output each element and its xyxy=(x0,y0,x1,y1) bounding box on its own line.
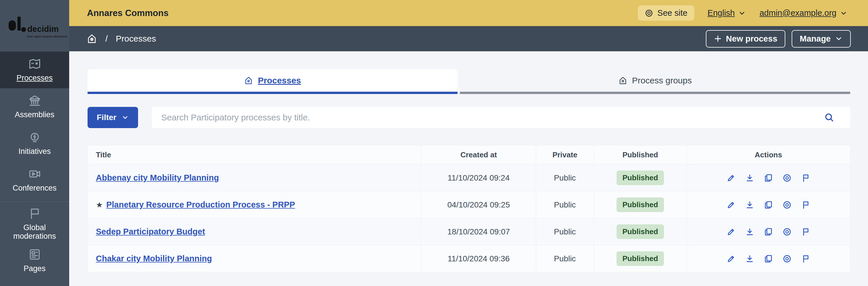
bank-icon xyxy=(28,94,41,107)
preview-icon[interactable] xyxy=(782,200,792,210)
sidebar-item-pages[interactable]: Pages xyxy=(0,242,69,279)
download-icon[interactable] xyxy=(745,254,754,263)
process-link[interactable]: Planetary Resource Production Process - … xyxy=(106,200,295,210)
duplicate-icon[interactable] xyxy=(764,173,773,183)
sidebar-item-label: Initiatives xyxy=(17,147,53,156)
processes-table: Title Created at Private Published Actio… xyxy=(88,145,850,272)
duplicate-icon[interactable] xyxy=(764,254,773,263)
duplicate-icon[interactable] xyxy=(764,200,773,210)
preview-icon[interactable] xyxy=(782,227,792,237)
process-link[interactable]: Sedep Participatory Budget xyxy=(96,227,205,237)
decidim-logo[interactable]: decidim free open-source democracy xyxy=(0,0,69,51)
created-at-cell: 11/10/2024 09:24 xyxy=(421,165,536,191)
preview-icon[interactable] xyxy=(782,173,792,183)
chevron-down-icon xyxy=(835,35,843,43)
home-icon xyxy=(244,76,253,85)
process-link[interactable]: Chakar city Mobility Planning xyxy=(96,254,212,263)
flag-icon xyxy=(28,207,41,220)
manage-label: Manage xyxy=(800,34,831,43)
tab-label: Process groups xyxy=(632,76,692,85)
admin-header: / Processes New process Manage xyxy=(69,26,868,51)
tab-processes[interactable]: Processes xyxy=(88,69,458,94)
manage-button[interactable]: Manage xyxy=(792,30,851,47)
created-at-cell: 18/10/2024 09:07 xyxy=(421,218,536,245)
moderation-flag-icon[interactable] xyxy=(801,254,810,263)
new-process-label: New process xyxy=(726,34,777,43)
sidebar-item-initiatives[interactable]: Initiatives xyxy=(0,125,69,162)
svg-text:free open-source democracy: free open-source democracy xyxy=(27,34,67,38)
download-icon[interactable] xyxy=(745,173,754,183)
col-private: Private xyxy=(536,146,594,164)
col-title: Title xyxy=(88,146,421,164)
tab-process-groups[interactable]: Process groups xyxy=(460,69,850,94)
topbar: Annares Commons See site English admin@e… xyxy=(69,0,868,26)
table-row: Sedep Participatory Budget 18/10/2024 09… xyxy=(88,218,850,245)
sidebar-item-global-moderations[interactable]: Global moderations xyxy=(0,206,69,242)
row-actions xyxy=(726,173,810,183)
decidim-logo-icon: decidim free open-source democracy xyxy=(9,12,67,39)
process-link[interactable]: Abbenay city Mobility Planning xyxy=(96,173,219,183)
actions-cell xyxy=(687,218,850,245)
organization-title: Annares Commons xyxy=(87,8,168,19)
account-menu[interactable]: admin@example.org xyxy=(760,8,848,18)
private-cell: Public xyxy=(536,165,594,191)
sidebar-nav: Processes Assemblies Initiatives xyxy=(0,51,69,279)
table-row: Abbenay city Mobility Planning 11/10/202… xyxy=(88,164,850,191)
sidebar: decidim free open-source democracy Proce… xyxy=(0,0,69,286)
language-label: English xyxy=(708,8,735,18)
edit-icon[interactable] xyxy=(726,173,736,183)
published-badge: Published xyxy=(617,171,663,185)
table-row: ★ Planetary Resource Production Process … xyxy=(88,191,850,218)
search-input[interactable] xyxy=(152,107,850,128)
edit-icon[interactable] xyxy=(726,254,736,263)
home-icon[interactable] xyxy=(86,33,97,44)
see-site-button[interactable]: See site xyxy=(638,5,694,21)
download-icon[interactable] xyxy=(745,227,754,237)
filter-button[interactable]: Filter xyxy=(88,107,138,128)
title-cell: Chakar city Mobility Planning xyxy=(88,245,421,272)
svg-text:decidim: decidim xyxy=(27,24,59,34)
col-published: Published xyxy=(594,146,687,164)
title-cell: Abbenay city Mobility Planning xyxy=(88,165,421,191)
duplicate-icon[interactable] xyxy=(764,227,773,237)
row-actions xyxy=(726,200,810,210)
chevron-down-icon xyxy=(839,9,848,17)
sidebar-item-label: Pages xyxy=(22,264,48,273)
sidebar-item-label: Conferences xyxy=(11,184,58,192)
title-cell: ★ Planetary Resource Production Process … xyxy=(88,191,421,218)
col-actions: Actions xyxy=(687,146,850,164)
lightbulb-icon xyxy=(28,131,41,144)
search-icon[interactable] xyxy=(824,112,834,123)
map-icon xyxy=(28,57,41,71)
chevron-down-icon xyxy=(738,9,746,17)
chevron-down-icon xyxy=(121,114,129,121)
table-header-row: Title Created at Private Published Actio… xyxy=(88,146,850,164)
moderation-flag-icon[interactable] xyxy=(801,227,810,237)
new-process-button[interactable]: New process xyxy=(706,30,785,47)
download-icon[interactable] xyxy=(745,200,754,210)
moderation-flag-icon[interactable] xyxy=(801,173,810,183)
sidebar-item-processes[interactable]: Processes xyxy=(0,51,69,88)
col-created-at: Created at xyxy=(421,146,536,164)
sidebar-item-label: Assemblies xyxy=(13,111,56,119)
moderation-flag-icon[interactable] xyxy=(801,200,810,210)
actions-cell xyxy=(687,245,850,272)
sidebar-item-assemblies[interactable]: Assemblies xyxy=(0,88,69,125)
sidebar-item-conferences[interactable]: Conferences xyxy=(0,162,69,198)
page-icon xyxy=(28,248,41,261)
filter-row: Filter xyxy=(88,107,850,128)
published-badge: Published xyxy=(617,224,663,239)
main-content: Processes Process groups Filter xyxy=(69,51,868,286)
language-menu[interactable]: English xyxy=(708,8,746,18)
home-icon xyxy=(618,76,627,85)
edit-icon[interactable] xyxy=(726,200,736,210)
header-actions: New process Manage xyxy=(706,30,851,47)
edit-icon[interactable] xyxy=(726,227,736,237)
star-icon: ★ xyxy=(96,200,103,210)
tab-label: Processes xyxy=(258,76,301,85)
preview-icon[interactable] xyxy=(782,254,792,263)
tabs: Processes Process groups xyxy=(88,69,850,94)
private-cell: Public xyxy=(536,218,594,245)
published-cell: Published xyxy=(594,191,687,218)
published-cell: Published xyxy=(594,245,687,272)
